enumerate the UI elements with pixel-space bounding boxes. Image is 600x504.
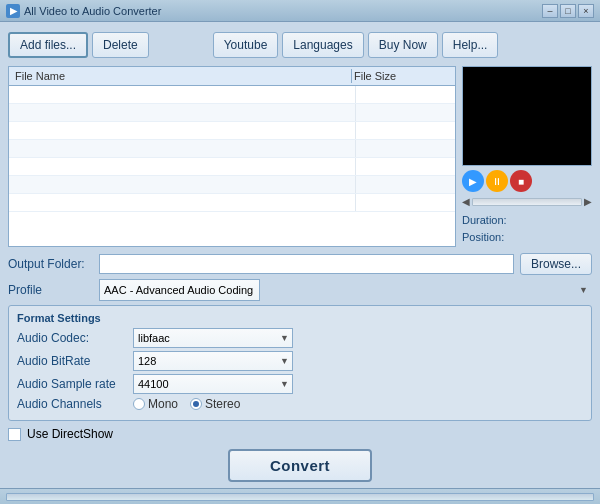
table-row [9,194,455,212]
audio-bitrate-select-wrap: 64 96 128 192 256 320 ▼ [133,351,293,371]
profile-select-arrow-icon: ▼ [579,285,588,295]
table-row [9,158,455,176]
buy-now-button[interactable]: Buy Now [368,32,438,58]
directshow-row: Use DirectShow [8,427,592,441]
browse-button[interactable]: Browse... [520,253,592,275]
position-label: Position: [462,231,504,243]
table-row [9,140,455,158]
duration-label: Duration: [462,214,507,226]
mono-radio-button[interactable] [133,398,145,410]
table-row [9,122,455,140]
file-table-header: File Name File Size [9,67,455,86]
stop-button[interactable]: ■ [510,170,532,192]
title-bar: ▶ All Video to Audio Converter – □ × [0,0,600,22]
youtube-button[interactable]: Youtube [213,32,279,58]
status-progress-bar [6,493,594,501]
stereo-label: Stereo [205,397,240,411]
audio-codec-row: Audio Codec: libfaac libmp3lame libvorbi… [17,328,583,348]
main-content: Add files... Delete Youtube Languages Bu… [0,22,600,488]
status-bar [0,488,600,504]
audio-codec-label: Audio Codec: [17,331,127,345]
window-title: All Video to Audio Converter [24,5,542,17]
audio-channels-radio-group: Mono Stereo [133,397,240,411]
mono-label: Mono [148,397,178,411]
col-filename: File Name [13,69,351,83]
col-filesize: File Size [351,69,451,83]
table-row [9,176,455,194]
play-button[interactable]: ▶ [462,170,484,192]
table-row [9,86,455,104]
audio-bitrate-label: Audio BitRate [17,354,127,368]
audio-samplerate-label: Audio Sample rate [17,377,127,391]
audio-bitrate-row: Audio BitRate 64 96 128 192 256 320 ▼ [17,351,583,371]
restore-button[interactable]: □ [560,4,576,18]
seek-left-icon[interactable]: ◀ [462,196,470,207]
audio-codec-select-wrap: libfaac libmp3lame libvorbis ▼ [133,328,293,348]
delete-button[interactable]: Delete [92,32,149,58]
file-panel: File Name File Size [8,66,456,247]
window-controls: – □ × [542,4,594,18]
profile-select-wrapper: AAC - Advanced Audio Coding MP3 - MPEG A… [99,279,592,301]
convert-row: Convert [8,449,592,482]
directshow-label: Use DirectShow [27,427,113,441]
profile-row: Profile AAC - Advanced Audio Coding MP3 … [8,279,592,301]
stereo-radio-item[interactable]: Stereo [190,397,240,411]
close-button[interactable]: × [578,4,594,18]
audio-bitrate-select[interactable]: 64 96 128 192 256 320 [133,351,293,371]
audio-samplerate-select-wrap: 22050 44100 48000 ▼ [133,374,293,394]
output-folder-input[interactable] [99,254,514,274]
file-table-body [9,86,455,243]
pause-button[interactable]: ⏸ [486,170,508,192]
app-icon: ▶ [6,4,20,18]
audio-samplerate-row: Audio Sample rate 22050 44100 48000 ▼ [17,374,583,394]
position-row: Position: [462,229,592,247]
player-controls: ▶ ⏸ ■ [462,170,592,192]
duration-position: Duration: Position: [462,212,592,247]
toolbar: Add files... Delete Youtube Languages Bu… [8,28,592,62]
add-files-button[interactable]: Add files... [8,32,88,58]
languages-button[interactable]: Languages [282,32,363,58]
duration-row: Duration: [462,212,592,230]
mono-radio-item[interactable]: Mono [133,397,178,411]
profile-select[interactable]: AAC - Advanced Audio Coding MP3 - MPEG A… [99,279,260,301]
stereo-radio-button[interactable] [190,398,202,410]
seek-track: ◀ ▶ [462,196,592,208]
audio-samplerate-select[interactable]: 22050 44100 48000 [133,374,293,394]
help-button[interactable]: Help... [442,32,499,58]
convert-button[interactable]: Convert [228,449,372,482]
output-folder-row: Output Folder: Browse... [8,253,592,275]
audio-codec-select[interactable]: libfaac libmp3lame libvorbis [133,328,293,348]
profile-label: Profile [8,283,93,297]
stereo-radio-dot [193,401,199,407]
audio-channels-label: Audio Channels [17,397,127,411]
minimize-button[interactable]: – [542,4,558,18]
file-table[interactable]: File Name File Size [8,66,456,247]
format-settings-group: Format Settings Audio Codec: libfaac lib… [8,305,592,421]
seek-right-icon[interactable]: ▶ [584,196,592,207]
middle-section: File Name File Size ▶ ⏸ [8,66,592,247]
preview-panel: ▶ ⏸ ■ ◀ ▶ Duration: Position: [462,66,592,247]
video-preview [462,66,592,166]
directshow-checkbox[interactable] [8,428,21,441]
table-row [9,104,455,122]
format-settings-title: Format Settings [17,312,583,324]
output-folder-label: Output Folder: [8,257,93,271]
audio-channels-row: Audio Channels Mono Stereo [17,397,583,411]
seek-bar[interactable] [472,198,582,206]
